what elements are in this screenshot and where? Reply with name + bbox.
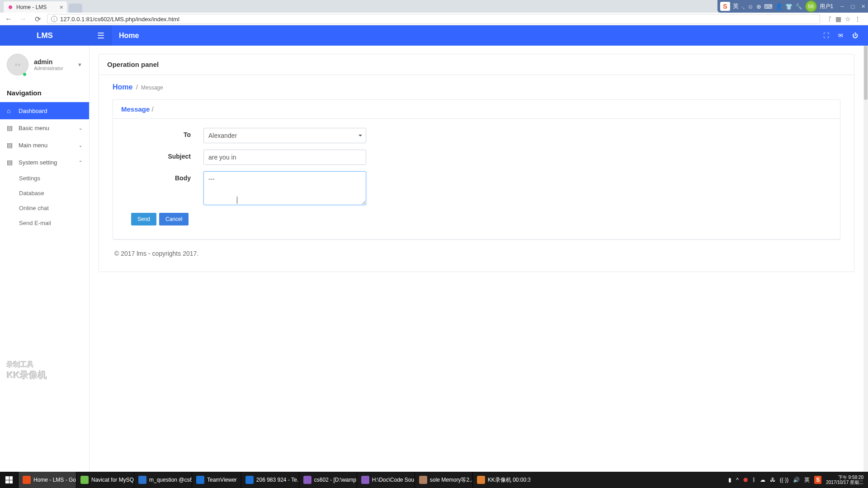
start-button[interactable] bbox=[0, 472, 18, 488]
close-icon[interactable]: × bbox=[60, 4, 63, 11]
scrollbar-thumb[interactable] bbox=[864, 46, 868, 100]
browser-tab[interactable]: Home - LMS × bbox=[4, 1, 67, 13]
rating-badge[interactable]: 59 bbox=[805, 0, 817, 12]
browser-chrome: Home - LMS × S 英 ·, ☺ ⊕ ⌨ 👤 👕 🔧 59 用户1 ─… bbox=[0, 0, 868, 25]
star-icon[interactable]: ☆ bbox=[845, 15, 851, 23]
taskbar-item-label: H:\Doc\Code Sou... bbox=[372, 477, 415, 483]
new-tab-button[interactable] bbox=[69, 4, 82, 13]
taskbar-item[interactable]: Home - LMS - Go... bbox=[18, 472, 76, 488]
dot-sep: ·, bbox=[741, 3, 745, 10]
app-icon bbox=[196, 476, 204, 484]
tray-cloud-icon[interactable]: ☁ bbox=[760, 477, 765, 483]
sidebar-item-main-menu[interactable]: ▤ Main menu ⌄ bbox=[0, 136, 89, 154]
sidebar-subitem-database[interactable]: Database bbox=[0, 186, 89, 201]
taskbar-item[interactable]: m_question @cs6... bbox=[134, 472, 192, 488]
person-icon[interactable]: 👤 bbox=[775, 3, 783, 10]
browser-extensions-bar: S 英 ·, ☺ ⊕ ⌨ 👤 👕 🔧 59 用户1 ─ ▢ ✕ bbox=[717, 0, 868, 13]
globe-icon[interactable]: ⊕ bbox=[756, 3, 761, 10]
sidebar-item-label: Basic menu bbox=[19, 125, 49, 131]
file-icon: ▤ bbox=[7, 141, 13, 149]
window-min-icon[interactable]: ─ bbox=[840, 4, 844, 9]
tray-up-icon[interactable]: ^ bbox=[736, 477, 739, 483]
tray-sogou-icon[interactable]: S bbox=[814, 476, 821, 484]
translate-icon[interactable]: ᚴ bbox=[828, 15, 832, 23]
taskbar-item[interactable]: Navicat for MySQL bbox=[76, 472, 134, 488]
chevron-down-icon: ⌄ bbox=[79, 143, 82, 148]
scrollbar-vertical[interactable] bbox=[863, 46, 868, 472]
taskbar-item[interactable]: 206 983 924 - Te... bbox=[241, 472, 299, 488]
tray-bluetooth-icon[interactable]: ᛒ bbox=[752, 477, 755, 483]
tab-title: Home - LMS bbox=[16, 4, 47, 10]
app-icon bbox=[303, 476, 311, 484]
forward-button: → bbox=[18, 14, 28, 24]
power-icon[interactable]: ⏻ bbox=[852, 32, 858, 39]
main-layout: x·x admin Administrator ▼ Navigation ⌂ D… bbox=[0, 46, 868, 472]
sidebar-subitem-online-chat[interactable]: Online chat bbox=[0, 201, 89, 216]
sidebar-subitem-settings[interactable]: Settings bbox=[0, 171, 89, 186]
form-title-link[interactable]: Message bbox=[121, 105, 150, 113]
chevron-down-icon: ⌄ bbox=[79, 126, 82, 131]
to-label: To bbox=[122, 128, 203, 138]
breadcrumb-home-link[interactable]: Home bbox=[113, 83, 132, 91]
file-icon: ▤ bbox=[7, 159, 13, 166]
menu-icon[interactable]: ⋮ bbox=[854, 15, 861, 23]
app-icon bbox=[477, 476, 485, 484]
menu-toggle-button[interactable]: ☰ bbox=[90, 25, 112, 46]
app-icon bbox=[23, 476, 31, 484]
cancel-button[interactable]: Cancel bbox=[159, 213, 189, 225]
sidebar-subitem-send-email[interactable]: Send E-mail bbox=[0, 216, 89, 230]
browser-user[interactable]: 用户1 bbox=[820, 3, 834, 10]
nav-section-title: Navigation bbox=[0, 81, 89, 102]
taskbar-item-label: 206 983 924 - Te... bbox=[256, 477, 299, 483]
caret-down-icon bbox=[359, 135, 362, 136]
sidebar-item-dashboard[interactable]: ⌂ Dashboard bbox=[0, 102, 89, 119]
tray-volume-icon[interactable]: 🔊 bbox=[793, 477, 800, 483]
taskbar-clock[interactable]: 下午 9:58:20 2017/10/17 星期二 bbox=[826, 475, 863, 485]
tray-wifi-icon[interactable]: ((·)) bbox=[780, 477, 788, 483]
window-close-icon[interactable]: ✕ bbox=[861, 4, 865, 9]
extension-icon[interactable]: ▦ bbox=[835, 15, 841, 23]
taskbar-item[interactable]: cs602 - [D:\wamp... bbox=[299, 472, 357, 488]
user-name: admin bbox=[34, 58, 72, 66]
sidebar-item-system-setting[interactable]: ▤ System setting ⌃ bbox=[0, 154, 89, 171]
fullscreen-icon[interactable]: ⛶ bbox=[823, 32, 829, 39]
tray-lang-icon[interactable]: 英 bbox=[804, 476, 810, 484]
back-button[interactable]: ← bbox=[4, 14, 14, 24]
taskbar-item[interactable]: TeamViewer bbox=[192, 472, 241, 488]
tray-alert-icon[interactable]: ⬣ bbox=[743, 477, 748, 483]
tray-battery-icon[interactable]: ▮ bbox=[728, 477, 731, 483]
shirt-icon[interactable]: 👕 bbox=[785, 3, 793, 10]
sogou-icon[interactable]: S bbox=[720, 2, 730, 11]
keyboard-icon[interactable]: ⌨ bbox=[764, 3, 773, 10]
input-lang[interactable]: 英 bbox=[733, 2, 739, 10]
sidebar-item-label: System setting bbox=[19, 159, 57, 166]
taskbar-item[interactable]: sole Memory等2... bbox=[415, 472, 472, 488]
tray-network-icon[interactable]: 🖧 bbox=[770, 477, 775, 483]
mail-icon[interactable]: ✉ bbox=[838, 32, 843, 39]
subject-input[interactable] bbox=[203, 150, 366, 165]
operation-panel: Operation panel Home / Message Message /… bbox=[99, 54, 854, 272]
to-select[interactable]: Alexander bbox=[203, 128, 366, 143]
site-info-icon[interactable]: i bbox=[51, 16, 57, 22]
sidebar-item-basic-menu[interactable]: ▤ Basic menu ⌄ bbox=[0, 119, 89, 136]
user-block[interactable]: x·x admin Administrator ▼ bbox=[0, 46, 89, 81]
taskbar-item[interactable]: KK录像机 00:00:36 bbox=[472, 472, 530, 488]
body-textarea[interactable]: --- bbox=[203, 171, 366, 205]
breadcrumb-current: Message bbox=[141, 84, 163, 91]
address-bar: ← → ⟳ i 127.0.0.1:81/cs602/LMS.php/index… bbox=[0, 13, 868, 25]
url-text: 127.0.0.1:81/cs602/LMS.php/index/index.h… bbox=[60, 16, 179, 23]
wrench-icon[interactable]: 🔧 bbox=[795, 3, 802, 10]
smiley-icon[interactable]: ☺ bbox=[747, 3, 753, 10]
reload-button[interactable]: ⟳ bbox=[33, 14, 42, 24]
taskbar-item[interactable]: H:\Doc\Code Sou... bbox=[357, 472, 415, 488]
logo[interactable]: LMS bbox=[0, 25, 90, 46]
url-field[interactable]: i 127.0.0.1:81/cs602/LMS.php/index/index… bbox=[47, 14, 820, 24]
send-button[interactable]: Send bbox=[131, 213, 156, 225]
chevron-down-icon[interactable]: ▼ bbox=[77, 62, 82, 67]
sidebar: x·x admin Administrator ▼ Navigation ⌂ D… bbox=[0, 46, 90, 472]
clock-time: 下午 9:58:20 bbox=[826, 475, 863, 480]
app-icon bbox=[80, 476, 89, 484]
sidebar-item-label: Dashboard bbox=[19, 108, 47, 114]
window-max-icon[interactable]: ▢ bbox=[850, 4, 855, 9]
subject-label: Subject bbox=[122, 150, 203, 160]
